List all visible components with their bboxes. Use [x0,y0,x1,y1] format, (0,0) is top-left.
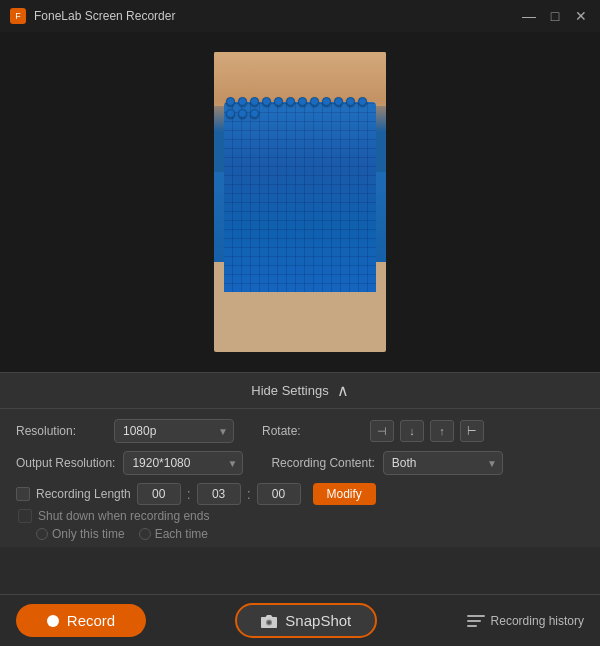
radio-only-this-time[interactable]: Only this time [36,527,125,541]
title-bar: F FoneLab Screen Recorder — □ ✕ [0,0,600,32]
preview-image-inner [214,52,386,352]
stud [358,97,367,106]
rotate-btn-2[interactable]: ↓ [400,420,424,442]
resolution-label: Resolution: [16,424,106,438]
stud [262,97,271,106]
rotate-label: Rotate: [262,424,362,438]
recording-length-minutes[interactable] [197,483,241,505]
history-line-3 [467,625,477,627]
time-separator-2: : [247,486,251,502]
preview-image [214,52,386,352]
stud [286,97,295,106]
settings-panel: Hide Settings ∧ Resolution: 1080p 720p 1… [0,372,600,547]
recording-content-label: Recording Content: [271,456,374,470]
collapse-icon: ∧ [337,381,349,400]
shutdown-label: Shut down when recording ends [38,509,209,523]
shutdown-checkbox[interactable] [18,509,32,523]
history-label: Recording history [491,614,584,628]
rotate-controls: ⊣ ↓ ↑ ⊢ [370,420,484,442]
rotate-btn-3[interactable]: ↑ [430,420,454,442]
snapshot-label: SnapShot [285,612,351,629]
output-resolution-select-wrapper: 1920*1080 1280*720 2560*1440 ▼ [123,451,243,475]
settings-row-1: Resolution: 1080p 720p 1440p 4K ▼ Rotate… [16,419,584,443]
minimize-button[interactable]: — [520,7,538,25]
stud [250,97,259,106]
app-icon: F [10,8,26,24]
app-title: FoneLab Screen Recorder [34,9,175,23]
stud [238,97,247,106]
radio-label-only-this-time: Only this time [52,527,125,541]
radio-input-each-time[interactable] [139,528,151,540]
recording-length-label: Recording Length [36,487,131,501]
preview-area [0,32,600,372]
stud [226,109,235,118]
snapshot-button[interactable]: SnapShot [235,603,377,638]
shutdown-row: Shut down when recording ends [16,509,584,523]
stud [298,97,307,106]
recording-content-select[interactable]: Both Audio Only Video Only [383,451,503,475]
title-bar-left: F FoneLab Screen Recorder [10,8,175,24]
history-line-1 [467,615,485,617]
settings-content: Resolution: 1080p 720p 1440p 4K ▼ Rotate… [0,409,600,547]
settings-row-2: Output Resolution: 1920*1080 1280*720 25… [16,451,584,475]
history-icon [467,615,485,627]
hide-settings-button[interactable]: Hide Settings ∧ [0,373,600,409]
radio-each-time[interactable]: Each time [139,527,208,541]
stud [274,97,283,106]
modify-button[interactable]: Modify [313,483,376,505]
time-separator-1: : [187,486,191,502]
stud [238,109,247,118]
recording-history-button[interactable]: Recording history [467,614,584,628]
title-bar-controls: — □ ✕ [520,7,590,25]
close-button[interactable]: ✕ [572,7,590,25]
recording-length-row: Recording Length : : Modify [16,483,584,505]
output-resolution-label: Output Resolution: [16,456,115,470]
stud [226,97,235,106]
history-line-2 [467,620,481,622]
record-label: Record [67,612,115,629]
stud [334,97,343,106]
recording-content-select-wrapper: Both Audio Only Video Only ▼ [383,451,503,475]
radio-input-only-this-time[interactable] [36,528,48,540]
svg-point-1 [268,620,272,624]
record-button[interactable]: Record [16,604,146,637]
rotate-btn-1[interactable]: ⊣ [370,420,394,442]
recording-length-checkbox[interactable] [16,487,30,501]
recording-length-seconds[interactable] [257,483,301,505]
record-dot-icon [47,615,59,627]
stud [322,97,331,106]
hide-settings-label: Hide Settings [251,383,328,398]
output-resolution-select[interactable]: 1920*1080 1280*720 2560*1440 [123,451,243,475]
lego-body [224,102,376,292]
camera-icon [261,614,277,628]
rotate-btn-4[interactable]: ⊢ [460,420,484,442]
resolution-select[interactable]: 1080p 720p 1440p 4K [114,419,234,443]
recording-length-hours[interactable] [137,483,181,505]
radio-label-each-time: Each time [155,527,208,541]
stud [250,109,259,118]
maximize-button[interactable]: □ [546,7,564,25]
stud [310,97,319,106]
resolution-select-wrapper: 1080p 720p 1440p 4K ▼ [114,419,234,443]
bottom-bar: Record SnapShot Recording history [0,594,600,646]
lego-studs [226,97,374,118]
radio-row: Only this time Each time [16,527,584,541]
stud [346,97,355,106]
